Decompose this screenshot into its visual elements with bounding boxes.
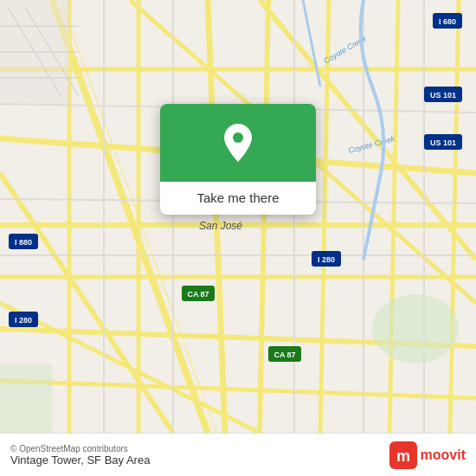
svg-text:CA 87: CA 87	[273, 351, 295, 359]
take-me-there-button[interactable]: Take me there	[172, 190, 304, 205]
location-label: Vintage Tower, SF Bay Area	[10, 453, 150, 466]
map-container: I 880 I 280 I 680 US 101 US 101 I 280 CA…	[0, 0, 476, 433]
svg-text:I 280: I 280	[15, 316, 32, 325]
svg-rect-54	[0, 363, 52, 433]
moovit-label: moovit	[421, 447, 466, 463]
moovit-logo[interactable]: m moovit	[389, 441, 466, 469]
svg-text:CA 87: CA 87	[187, 290, 209, 299]
bottom-left-info: © OpenStreetMap contributors Vintage Tow…	[10, 444, 150, 466]
svg-text:I 880: I 880	[15, 238, 32, 247]
svg-text:I 280: I 280	[318, 255, 335, 264]
moovit-icon: m	[389, 441, 417, 469]
location-pin-icon	[222, 124, 254, 162]
popup-card: Take me there	[160, 104, 316, 215]
svg-text:US 101: US 101	[430, 91, 456, 100]
svg-text:San José: San José	[199, 220, 242, 232]
svg-text:m: m	[396, 447, 410, 465]
bottom-bar: © OpenStreetMap contributors Vintage Tow…	[0, 433, 476, 476]
svg-point-55	[233, 132, 243, 143]
svg-point-53	[372, 294, 459, 363]
popup-card-body: Take me there	[160, 182, 316, 215]
svg-text:I 680: I 680	[439, 17, 456, 26]
copyright-text: © OpenStreetMap contributors	[10, 444, 150, 453]
svg-text:US 101: US 101	[430, 138, 456, 147]
popup-card-header	[160, 104, 316, 182]
